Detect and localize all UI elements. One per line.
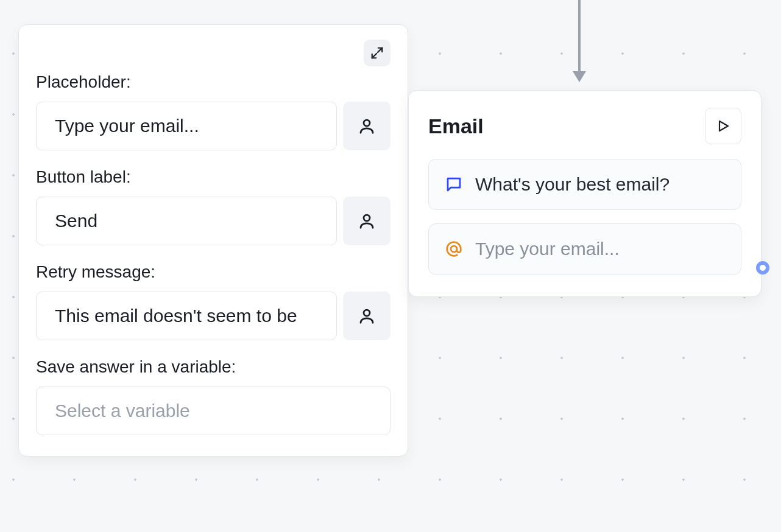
retry-variable-button[interactable] [343, 292, 390, 340]
preview-button[interactable] [705, 108, 741, 144]
node-output-port[interactable] [756, 261, 769, 275]
placeholder-input-row [36, 102, 390, 150]
retry-input[interactable] [36, 292, 337, 340]
button-label-input[interactable] [36, 197, 337, 245]
variable-label: Save answer in a variable: [36, 357, 390, 377]
node-header: Email [428, 108, 741, 144]
person-icon [358, 212, 376, 230]
email-node[interactable]: Email What's your best email? Type your … [408, 90, 762, 297]
placeholder-field-group: Placeholder: [36, 72, 390, 150]
prompt-message[interactable]: What's your best email? [428, 159, 741, 210]
at-icon [445, 240, 463, 258]
person-icon [358, 117, 376, 135]
play-icon [716, 119, 730, 133]
variable-select[interactable]: Select a variable [36, 387, 390, 435]
expand-button[interactable] [364, 40, 390, 66]
email-config-panel: Placeholder: Button label: Retry message… [18, 24, 408, 457]
placeholder-label: Placeholder: [36, 72, 390, 92]
retry-label: Retry message: [36, 262, 390, 282]
placeholder-variable-button[interactable] [343, 102, 390, 150]
person-icon [358, 307, 376, 325]
prompt-text: What's your best email? [475, 174, 670, 195]
svg-point-1 [364, 215, 370, 221]
button-label-variable-button[interactable] [343, 197, 390, 245]
chat-icon [445, 175, 463, 194]
email-input-placeholder: Type your email... [475, 239, 620, 259]
flow-arrow-head [573, 71, 586, 82]
button-label-input-row [36, 197, 390, 245]
retry-input-row [36, 292, 390, 340]
variable-field-group: Save answer in a variable: Select a vari… [36, 357, 390, 435]
expand-icon [370, 46, 384, 60]
button-label-label: Button label: [36, 167, 390, 187]
retry-field-group: Retry message: [36, 262, 390, 340]
panel-header [36, 40, 390, 66]
variable-select-placeholder: Select a variable [55, 401, 190, 421]
svg-point-0 [364, 120, 370, 126]
email-input-preview[interactable]: Type your email... [428, 223, 741, 275]
button-label-field-group: Button label: [36, 167, 390, 245]
node-title: Email [428, 114, 484, 138]
svg-marker-3 [719, 121, 728, 131]
placeholder-input[interactable] [36, 102, 337, 150]
svg-point-4 [451, 246, 457, 252]
flow-arrow-line [578, 0, 581, 75]
svg-point-2 [364, 310, 370, 316]
